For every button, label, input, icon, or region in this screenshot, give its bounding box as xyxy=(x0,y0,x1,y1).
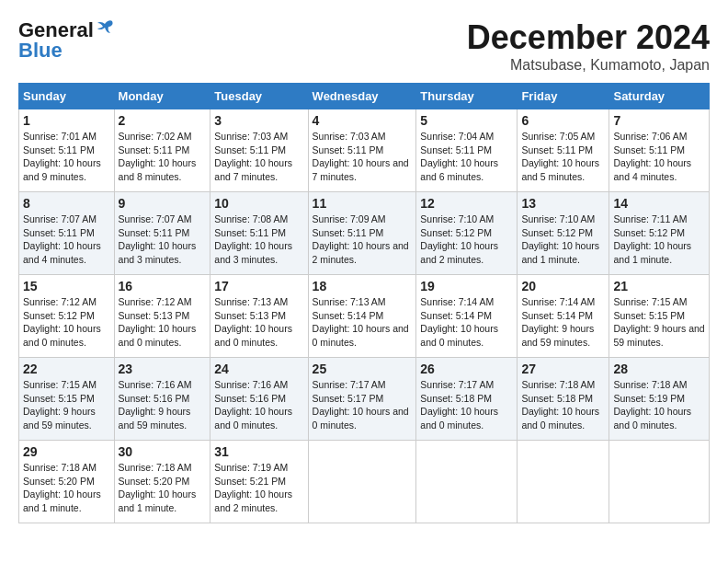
sunset-text: Sunset: 5:16 PM xyxy=(119,393,190,404)
sunrise-text: Sunrise: 7:14 AM xyxy=(521,296,595,307)
sunset-text: Sunset: 5:12 PM xyxy=(23,310,95,321)
cell-content: Sunrise: 7:12 AMSunset: 5:12 PMDaylight:… xyxy=(23,295,110,350)
daylight-text: Daylight: 10 hours and 0 minutes. xyxy=(119,323,197,348)
sunset-text: Sunset: 5:18 PM xyxy=(420,393,492,404)
sunrise-text: Sunrise: 7:07 AM xyxy=(23,213,97,224)
daylight-text: Daylight: 10 hours and 6 minutes. xyxy=(420,157,498,182)
sunrise-text: Sunrise: 7:15 AM xyxy=(613,296,687,307)
sunset-text: Sunset: 5:11 PM xyxy=(23,227,95,238)
cell-content: Sunrise: 7:07 AMSunset: 5:11 PMDaylight:… xyxy=(119,213,207,267)
daylight-text: Daylight: 10 hours and 0 minutes. xyxy=(313,406,409,431)
day-number: 5 xyxy=(420,113,513,128)
sunset-text: Sunset: 5:11 PM xyxy=(420,144,492,155)
sunrise-text: Sunrise: 7:04 AM xyxy=(420,131,494,142)
sunrise-text: Sunrise: 7:16 AM xyxy=(214,379,288,390)
calendar-cell xyxy=(416,441,518,523)
daylight-text: Daylight: 10 hours and 4 minutes. xyxy=(23,240,101,265)
sunset-text: Sunset: 5:13 PM xyxy=(119,310,190,321)
daylight-text: Daylight: 10 hours and 2 minutes. xyxy=(420,240,498,265)
calendar-cell xyxy=(308,441,416,523)
day-number: 30 xyxy=(119,444,207,459)
location-title: Matsubase, Kumamoto, Japan xyxy=(467,57,710,74)
cell-content: Sunrise: 7:17 AMSunset: 5:18 PMDaylight:… xyxy=(420,378,513,432)
calendar-cell: 6Sunrise: 7:05 AMSunset: 5:11 PMDaylight… xyxy=(518,109,609,192)
day-number: 15 xyxy=(23,279,110,293)
title-area: December 2024 Matsubase, Kumamoto, Japan xyxy=(467,18,710,74)
sunset-text: Sunset: 5:17 PM xyxy=(313,393,384,404)
daylight-text: Daylight: 10 hours and 1 minute. xyxy=(521,240,599,265)
daylight-text: Daylight: 10 hours and 1 minute. xyxy=(119,488,197,513)
sunset-text: Sunset: 5:19 PM xyxy=(613,393,685,404)
cell-content: Sunrise: 7:13 AMSunset: 5:14 PMDaylight:… xyxy=(313,295,413,350)
weekday-header-monday: Monday xyxy=(114,84,210,109)
calendar-cell: 10Sunrise: 7:08 AMSunset: 5:11 PMDayligh… xyxy=(210,192,308,275)
weekday-header-friday: Friday xyxy=(518,84,609,109)
daylight-text: Daylight: 10 hours and 7 minutes. xyxy=(313,157,409,182)
calendar-cell: 27Sunrise: 7:18 AMSunset: 5:18 PMDayligh… xyxy=(518,358,609,441)
weekday-header-saturday: Saturday xyxy=(609,84,710,109)
cell-content: Sunrise: 7:18 AMSunset: 5:20 PMDaylight:… xyxy=(119,461,207,515)
sunrise-text: Sunrise: 7:19 AM xyxy=(214,462,288,473)
daylight-text: Daylight: 10 hours and 3 minutes. xyxy=(119,240,197,265)
cell-content: Sunrise: 7:01 AMSunset: 5:11 PMDaylight:… xyxy=(23,130,110,184)
calendar-cell: 28Sunrise: 7:18 AMSunset: 5:19 PMDayligh… xyxy=(609,358,710,441)
calendar-header: SundayMondayTuesdayWednesdayThursdayFrid… xyxy=(19,84,710,109)
weekday-header-wednesday: Wednesday xyxy=(308,84,416,109)
weekday-header-sunday: Sunday xyxy=(19,84,115,109)
sunset-text: Sunset: 5:11 PM xyxy=(119,144,190,155)
day-number: 1 xyxy=(23,113,110,128)
day-number: 3 xyxy=(214,113,303,128)
logo: General Blue xyxy=(18,18,116,63)
calendar-cell: 29Sunrise: 7:18 AMSunset: 5:20 PMDayligh… xyxy=(19,441,115,523)
sunset-text: Sunset: 5:11 PM xyxy=(313,144,384,155)
calendar-cell: 2Sunrise: 7:02 AMSunset: 5:11 PMDaylight… xyxy=(114,109,210,192)
daylight-text: Daylight: 10 hours and 9 minutes. xyxy=(23,157,101,182)
month-title: December 2024 xyxy=(467,18,710,57)
cell-content: Sunrise: 7:06 AMSunset: 5:11 PMDaylight:… xyxy=(613,130,705,184)
cell-content: Sunrise: 7:14 AMSunset: 5:14 PMDaylight:… xyxy=(420,295,513,350)
cell-content: Sunrise: 7:16 AMSunset: 5:16 PMDaylight:… xyxy=(119,378,207,432)
calendar-cell: 30Sunrise: 7:18 AMSunset: 5:20 PMDayligh… xyxy=(114,441,210,523)
sunset-text: Sunset: 5:20 PM xyxy=(119,476,190,487)
cell-content: Sunrise: 7:10 AMSunset: 5:12 PMDaylight:… xyxy=(521,213,605,267)
sunset-text: Sunset: 5:12 PM xyxy=(521,227,593,238)
day-number: 28 xyxy=(613,362,705,376)
daylight-text: Daylight: 9 hours and 59 minutes. xyxy=(119,406,191,431)
logo-bird-icon xyxy=(96,19,116,38)
cell-content: Sunrise: 7:02 AMSunset: 5:11 PMDaylight:… xyxy=(119,130,207,184)
calendar-cell: 19Sunrise: 7:14 AMSunset: 5:14 PMDayligh… xyxy=(416,275,518,358)
logo-blue: Blue xyxy=(18,39,63,63)
daylight-text: Daylight: 10 hours and 0 minutes. xyxy=(420,323,498,348)
cell-content: Sunrise: 7:04 AMSunset: 5:11 PMDaylight:… xyxy=(420,130,513,184)
cell-content: Sunrise: 7:10 AMSunset: 5:12 PMDaylight:… xyxy=(420,213,513,267)
day-number: 14 xyxy=(613,196,705,211)
daylight-text: Daylight: 10 hours and 0 minutes. xyxy=(521,406,599,431)
cell-content: Sunrise: 7:17 AMSunset: 5:17 PMDaylight:… xyxy=(313,378,413,432)
calendar-row: 1Sunrise: 7:01 AMSunset: 5:11 PMDaylight… xyxy=(19,109,710,192)
cell-content: Sunrise: 7:09 AMSunset: 5:11 PMDaylight:… xyxy=(313,213,413,267)
sunset-text: Sunset: 5:18 PM xyxy=(521,393,593,404)
calendar-cell: 24Sunrise: 7:16 AMSunset: 5:16 PMDayligh… xyxy=(210,358,308,441)
sunrise-text: Sunrise: 7:13 AM xyxy=(313,296,386,307)
calendar-cell: 25Sunrise: 7:17 AMSunset: 5:17 PMDayligh… xyxy=(308,358,416,441)
calendar-cell: 14Sunrise: 7:11 AMSunset: 5:12 PMDayligh… xyxy=(609,192,710,275)
cell-content: Sunrise: 7:13 AMSunset: 5:13 PMDaylight:… xyxy=(214,295,303,350)
cell-content: Sunrise: 7:05 AMSunset: 5:11 PMDaylight:… xyxy=(521,130,605,184)
calendar-cell: 15Sunrise: 7:12 AMSunset: 5:12 PMDayligh… xyxy=(19,275,115,358)
calendar-cell xyxy=(609,441,710,523)
calendar-cell: 20Sunrise: 7:14 AMSunset: 5:14 PMDayligh… xyxy=(518,275,609,358)
sunrise-text: Sunrise: 7:13 AM xyxy=(214,296,288,307)
sunrise-text: Sunrise: 7:18 AM xyxy=(23,462,97,473)
day-number: 20 xyxy=(521,279,605,293)
calendar-cell: 4Sunrise: 7:03 AMSunset: 5:11 PMDaylight… xyxy=(308,109,416,192)
cell-content: Sunrise: 7:15 AMSunset: 5:15 PMDaylight:… xyxy=(23,378,110,432)
sunrise-text: Sunrise: 7:07 AM xyxy=(119,213,192,224)
calendar-cell: 17Sunrise: 7:13 AMSunset: 5:13 PMDayligh… xyxy=(210,275,308,358)
sunrise-text: Sunrise: 7:17 AM xyxy=(420,379,494,390)
daylight-text: Daylight: 9 hours and 59 minutes. xyxy=(23,406,96,431)
calendar-row: 8Sunrise: 7:07 AMSunset: 5:11 PMDaylight… xyxy=(19,192,710,275)
sunrise-text: Sunrise: 7:02 AM xyxy=(119,131,192,142)
day-number: 12 xyxy=(420,196,513,211)
sunrise-text: Sunrise: 7:05 AM xyxy=(521,131,595,142)
day-number: 8 xyxy=(23,196,110,211)
